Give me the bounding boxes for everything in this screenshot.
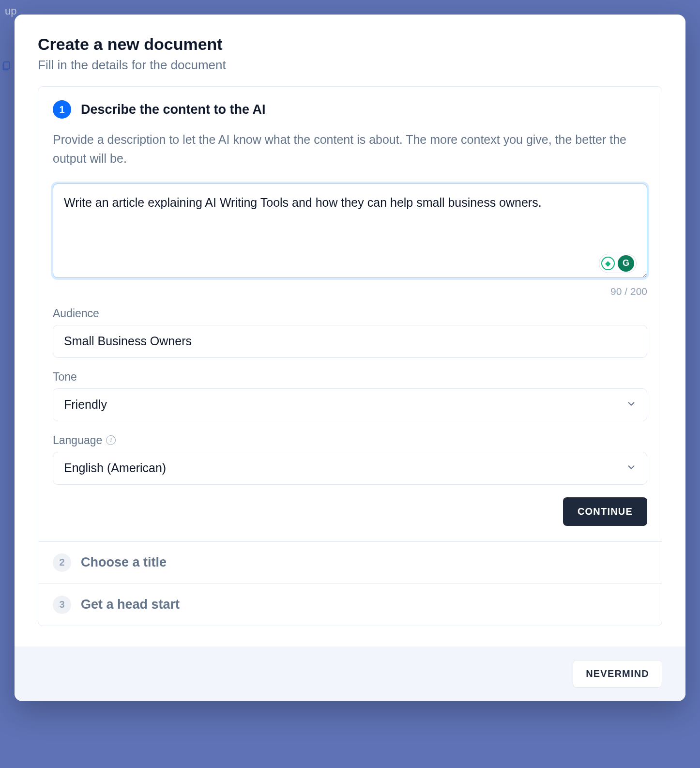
step-3-number-badge: 3 xyxy=(53,596,71,614)
steps-container: 1 Describe the content to the AI Provide… xyxy=(38,86,662,626)
grammarly-badge[interactable]: ◆ G xyxy=(599,254,637,273)
continue-button[interactable]: CONTINUE xyxy=(563,497,647,526)
step-1-title: Describe the content to the AI xyxy=(81,102,266,117)
modal-header: Create a new document Fill in the detail… xyxy=(15,15,685,86)
nevermind-button[interactable]: NEVERMIND xyxy=(573,660,662,688)
create-document-modal: Create a new document Fill in the detail… xyxy=(15,15,685,701)
audience-field-group: Audience xyxy=(53,307,647,358)
step-1-number-badge: 1 xyxy=(53,100,71,119)
modal-footer: NEVERMIND xyxy=(15,646,685,701)
language-select[interactable]: English (American) xyxy=(53,452,647,485)
audience-label: Audience xyxy=(53,307,647,320)
tone-label: Tone xyxy=(53,370,647,384)
modal-subtitle: Fill in the details for the document xyxy=(38,58,662,73)
tone-field-group: Tone Friendly xyxy=(53,370,647,421)
description-textarea[interactable] xyxy=(53,184,647,278)
svg-rect-0 xyxy=(4,62,10,69)
grammarly-upgrade-icon: ◆ xyxy=(601,257,615,270)
modal-title: Create a new document xyxy=(38,35,662,54)
tone-select[interactable]: Friendly xyxy=(53,388,647,421)
audience-input[interactable] xyxy=(53,325,647,358)
step-2-title: Choose a title xyxy=(81,555,167,570)
step-1-section: 1 Describe the content to the AI Provide… xyxy=(38,87,662,541)
language-label-text: Language xyxy=(53,434,102,447)
info-icon[interactable]: i xyxy=(106,435,116,445)
step-2-number-badge: 2 xyxy=(53,553,71,572)
step-1-header: 1 Describe the content to the AI xyxy=(53,100,647,119)
description-textarea-wrapper: ◆ G xyxy=(53,184,647,280)
step-3-section[interactable]: 3 Get a head start xyxy=(38,584,662,626)
documents-icon xyxy=(1,61,12,73)
continue-row: CONTINUE xyxy=(53,497,647,526)
character-counter: 90 / 200 xyxy=(53,286,647,297)
language-field-group: Language i English (American) xyxy=(53,434,647,485)
step-1-description: Provide a description to let the AI know… xyxy=(53,130,647,168)
step-2-section[interactable]: 2 Choose a title xyxy=(38,541,662,584)
grammarly-logo-icon: G xyxy=(618,255,634,272)
step-3-title: Get a head start xyxy=(81,597,180,612)
background-text: up xyxy=(5,5,16,17)
language-label: Language i xyxy=(53,434,647,447)
